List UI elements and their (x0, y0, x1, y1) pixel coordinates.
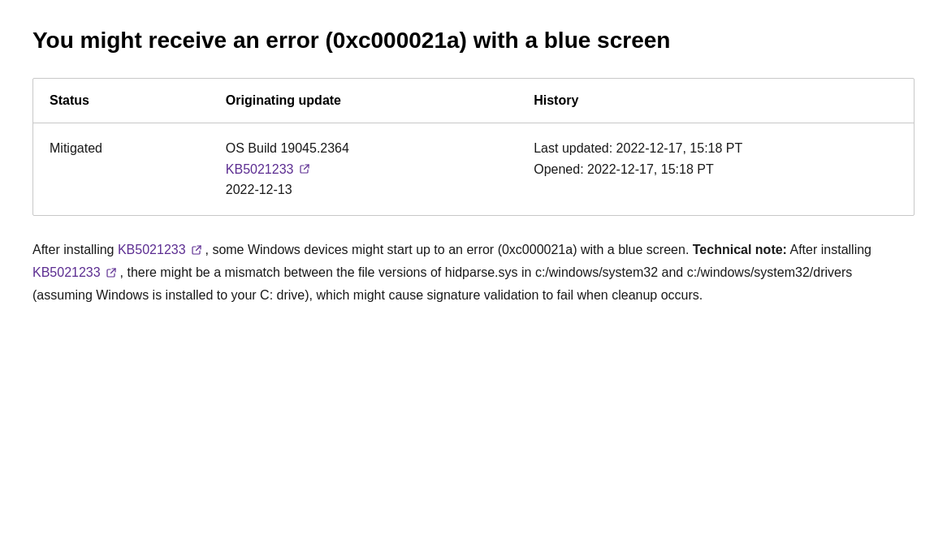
last-updated-text: Last updated: 2022-12-17, 15:18 PT (534, 141, 742, 155)
desc-part2-prefix: After installing (787, 243, 871, 256)
os-build-text: OS Build 19045.2364 (226, 141, 349, 155)
kb-link-desc-1[interactable]: KB5021233 (118, 243, 205, 256)
external-link-icon-desc1 (192, 245, 201, 255)
history-cell: Last updated: 2022-12-17, 15:18 PT Opene… (517, 123, 914, 214)
technical-note-label: Technical note: (693, 243, 787, 256)
page-title: You might receive an error (0xc000021a) … (32, 26, 915, 55)
description-paragraph: After installing KB5021233 , some Window… (32, 239, 915, 307)
issue-table: Status Originating update History Mitiga… (32, 78, 915, 215)
originating-update-cell: OS Build 19045.2364 KB5021233 2022-12-13 (210, 123, 517, 214)
col-header-originating-update: Originating update (210, 79, 517, 123)
opened-text: Opened: 2022-12-17, 15:18 PT (534, 162, 714, 176)
col-header-status: Status (33, 79, 210, 123)
table-row: Mitigated OS Build 19045.2364 KB5021233 … (33, 123, 914, 214)
desc-part1-prefix: After installing (32, 243, 118, 256)
desc-part1-suffix: , some Windows devices might start up to… (205, 243, 692, 256)
kb-date: 2022-12-13 (226, 183, 292, 196)
kb-link-table[interactable]: KB5021233 (226, 162, 309, 176)
external-link-icon-desc2 (106, 268, 116, 278)
description-block: After installing KB5021233 , some Window… (32, 239, 915, 307)
col-header-history: History (517, 79, 914, 123)
status-cell: Mitigated (33, 123, 210, 214)
kb-link-desc-2[interactable]: KB5021233 (32, 265, 120, 279)
desc-part2-suffix: , there might be a mismatch between the … (32, 265, 852, 302)
external-link-icon (300, 164, 309, 174)
